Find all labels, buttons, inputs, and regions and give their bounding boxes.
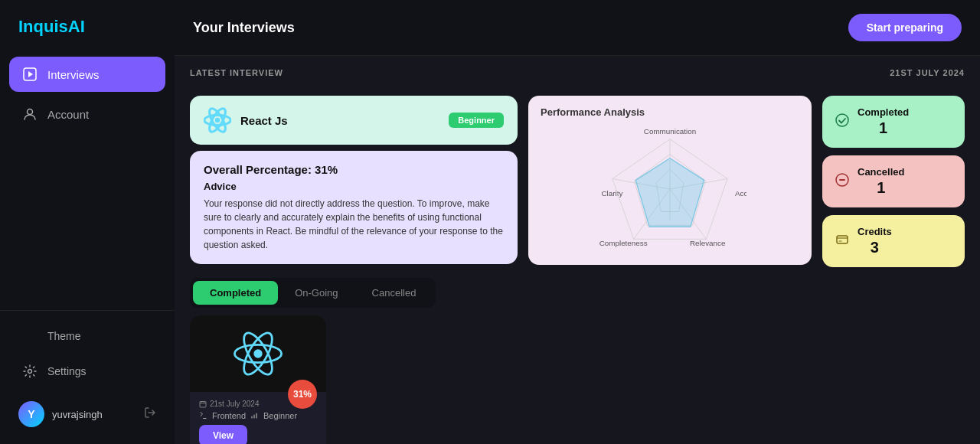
svg-text:Relevance: Relevance: [690, 239, 726, 247]
tab-ongoing[interactable]: On-Going: [278, 281, 354, 305]
latest-header: LATEST INTERVIEW 21ST JULY 2024: [190, 68, 965, 77]
latest-label: LATEST INTERVIEW: [190, 68, 283, 77]
svg-point-4: [215, 118, 220, 122]
left-col: React Js Beginner Overall Percentage: 31…: [190, 96, 518, 264]
right-col: Completed 1 Cancelled 1: [822, 96, 965, 267]
svg-point-2: [28, 109, 33, 115]
avatar: Y: [18, 401, 44, 427]
interview-badge: Beginner: [449, 113, 504, 128]
cancelled-label: Cancelled: [858, 166, 904, 178]
svg-rect-30: [200, 401, 206, 407]
percentage-badge: 31%: [288, 380, 317, 409]
latest-date: 21ST JULY 2024: [890, 68, 965, 77]
interview-card: React Js Beginner: [190, 96, 518, 145]
page-title: Your Interviews: [193, 20, 295, 36]
logo-highlight: Inquis: [18, 17, 68, 36]
theme-icon: [21, 328, 38, 344]
radar-chart: Communication Accuracy Relevance Complet…: [541, 124, 799, 254]
sidebar: InquisAI Interviews Account: [0, 0, 175, 444]
svg-text:Completeness: Completeness: [599, 239, 648, 247]
cancelled-value: 1: [858, 179, 904, 197]
view-button[interactable]: View: [199, 425, 247, 444]
list-card-body: 31% 21st July 2024: [190, 392, 326, 444]
overall-card: Overall Percentage: 31% Advice Your resp…: [190, 151, 518, 264]
settings-item[interactable]: Settings: [9, 355, 165, 387]
logo: InquisAI: [0, 0, 175, 51]
radar-svg: Communication Accuracy Relevance Complet…: [593, 124, 746, 254]
interview-title: React Js: [240, 114, 288, 127]
sidebar-nav: Interviews Account: [0, 51, 175, 310]
logo-suffix: AI: [68, 17, 85, 36]
start-preparing-button[interactable]: Start preparing: [848, 14, 962, 41]
tab-completed[interactable]: Completed: [193, 281, 278, 305]
advice-text: Your response did not directly address t…: [204, 197, 504, 252]
stat-credits: Credits 3: [822, 215, 965, 267]
cancelled-icon: [835, 172, 850, 191]
stat-cancelled: Cancelled 1: [822, 155, 965, 207]
list-react-logo-icon: [234, 329, 283, 378]
completed-value: 1: [858, 119, 909, 137]
tabs-section: Completed On-Going Cancelled: [190, 278, 965, 444]
performance-card: Performance Analysis Communication Accur…: [528, 96, 812, 265]
theme-item[interactable]: Theme: [9, 320, 165, 352]
tabs: Completed On-Going Cancelled: [190, 278, 436, 308]
interviews-icon: [21, 66, 38, 83]
list-card-meta: Frontend Beginner: [199, 411, 317, 420]
tab-cancelled[interactable]: Cancelled: [355, 281, 433, 305]
svg-text:Accuracy: Accuracy: [735, 189, 746, 198]
svg-text:Communication: Communication: [644, 127, 696, 135]
credits-value: 3: [858, 239, 892, 256]
top-bar: Your Interviews Start preparing: [175, 0, 980, 56]
interview-list: 31% 21st July 2024: [190, 315, 965, 444]
completed-info: Completed 1: [858, 106, 909, 137]
react-logo-icon: [204, 106, 231, 134]
account-icon: [21, 106, 38, 122]
sidebar-account-label: Account: [47, 108, 89, 121]
credits-info: Credits 3: [858, 226, 892, 256]
completed-icon: [835, 113, 850, 132]
svg-rect-25: [837, 236, 848, 243]
logout-icon[interactable]: [144, 406, 156, 422]
sidebar-item-interviews[interactable]: Interviews: [9, 57, 165, 92]
svg-marker-1: [28, 71, 33, 77]
list-level: Beginner: [263, 411, 297, 420]
content-area: LATEST INTERVIEW 21ST JULY 2024: [175, 56, 980, 444]
level-icon: [250, 412, 259, 420]
credits-label: Credits: [858, 226, 892, 237]
credits-icon: [835, 232, 850, 251]
username: yuvrajsingh: [52, 409, 136, 420]
sidebar-item-account[interactable]: Account: [9, 96, 165, 132]
main-content: Your Interviews Start preparing LATEST I…: [175, 0, 980, 444]
svg-point-22: [836, 114, 848, 126]
svg-text:Clarity: Clarity: [602, 189, 623, 198]
list-item: 31% 21st July 2024: [190, 315, 326, 444]
svg-point-3: [28, 370, 32, 374]
cancelled-info: Cancelled 1: [858, 166, 904, 197]
list-date-text: 21st July 2024: [210, 400, 260, 408]
sidebar-interviews-label: Interviews: [47, 68, 100, 81]
calendar-icon: [199, 400, 207, 408]
interview-card-left: React Js: [204, 106, 288, 134]
list-category: Frontend: [212, 411, 246, 420]
svg-marker-21: [635, 158, 704, 227]
completed-label: Completed: [858, 106, 909, 118]
settings-label: Settings: [47, 365, 87, 377]
advice-label: Advice: [204, 181, 504, 192]
theme-label: Theme: [47, 330, 81, 342]
settings-icon: [21, 363, 38, 380]
stat-completed: Completed 1: [822, 96, 965, 148]
sidebar-bottom: Theme Settings Y yuvrajsingh: [0, 310, 175, 444]
user-row: Y yuvrajsingh: [9, 393, 165, 435]
latest-section: React Js Beginner Overall Percentage: 31…: [190, 96, 965, 267]
performance-title: Performance Analysis: [541, 106, 799, 118]
frontend-icon: [199, 412, 207, 420]
svg-point-26: [253, 349, 262, 357]
overall-percentage: Overall Percentage: 31%: [204, 163, 504, 176]
